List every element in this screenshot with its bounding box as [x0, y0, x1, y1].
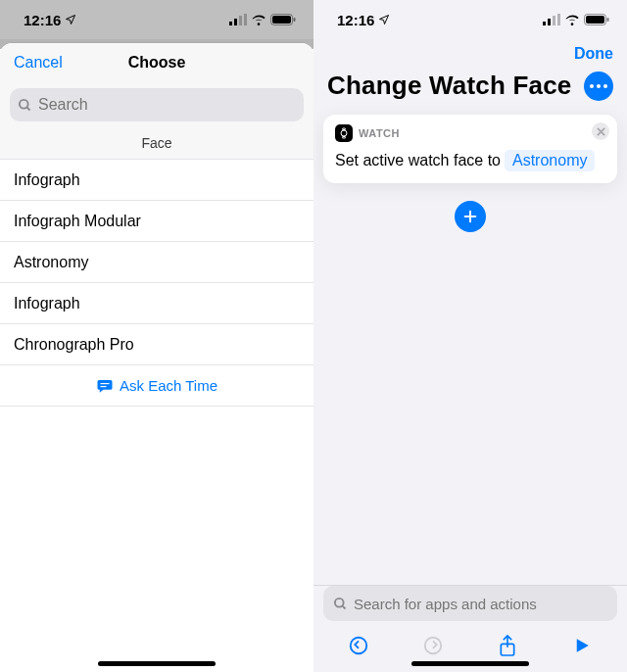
- ask-each-time[interactable]: Ask Each Time: [0, 365, 314, 407]
- list-item[interactable]: Astronomy: [0, 242, 314, 283]
- redo-icon: [422, 635, 444, 656]
- status-time: 12:16: [337, 12, 374, 28]
- search-icon: [18, 98, 32, 113]
- svg-rect-11: [543, 22, 546, 25]
- svg-point-28: [425, 638, 442, 654]
- more-button[interactable]: [584, 72, 613, 101]
- svg-rect-1: [234, 19, 237, 25]
- action-card: WATCH Set active watch face to Astronomy: [323, 115, 617, 183]
- page-title: Change Watch Face: [327, 71, 572, 101]
- cellular-icon: [543, 14, 560, 25]
- svg-rect-6: [294, 18, 296, 22]
- play-icon: [573, 637, 591, 654]
- search-input[interactable]: [38, 96, 296, 114]
- title-row: Change Watch Face: [314, 65, 627, 115]
- battery-icon: [270, 14, 296, 25]
- wifi-icon: [251, 14, 266, 25]
- svg-rect-12: [548, 19, 551, 25]
- actions-search-input[interactable]: [354, 596, 607, 612]
- actions-search[interactable]: [323, 586, 617, 621]
- svg-rect-2: [239, 16, 242, 25]
- svg-rect-0: [229, 22, 232, 25]
- section-header: Face: [0, 131, 314, 160]
- screen-choose-face: 12:16 Cancel Choose Face In: [0, 0, 314, 672]
- location-icon: [378, 14, 390, 25]
- svg-line-26: [342, 605, 345, 608]
- status-bar: 12:16: [314, 0, 627, 39]
- status-bar: 12:16: [0, 0, 314, 39]
- run-button[interactable]: [562, 633, 602, 658]
- list-item[interactable]: Infograph Modular: [0, 201, 314, 242]
- cellular-icon: [229, 14, 247, 25]
- wifi-icon: [564, 14, 580, 25]
- svg-rect-10: [100, 386, 106, 387]
- svg-point-27: [351, 638, 367, 654]
- svg-rect-19: [343, 128, 346, 130]
- card-app-label: WATCH: [359, 127, 400, 139]
- svg-rect-16: [586, 16, 604, 24]
- done-button[interactable]: Done: [574, 45, 613, 63]
- sheet-title: Choose: [128, 54, 186, 72]
- svg-rect-14: [557, 14, 560, 25]
- dot-icon: [590, 84, 594, 88]
- location-icon: [65, 14, 76, 25]
- dot-icon: [603, 84, 607, 88]
- card-header: WATCH: [335, 124, 605, 142]
- svg-rect-3: [244, 14, 247, 25]
- plus-icon: [462, 209, 478, 224]
- status-time: 12:16: [24, 12, 61, 28]
- share-button[interactable]: [488, 633, 527, 658]
- message-icon: [96, 377, 114, 395]
- svg-line-8: [26, 107, 29, 110]
- svg-rect-20: [343, 137, 346, 139]
- toolbar: [323, 629, 617, 664]
- svg-rect-9: [100, 383, 109, 384]
- redo-button[interactable]: [413, 633, 453, 658]
- undo-icon: [348, 635, 369, 656]
- svg-rect-13: [553, 16, 555, 25]
- add-action-button[interactable]: [455, 201, 486, 232]
- svg-rect-5: [272, 16, 291, 24]
- search-icon: [333, 597, 348, 611]
- svg-point-7: [20, 99, 28, 108]
- search-field[interactable]: [10, 88, 304, 121]
- face-list: Infograph Infograph Modular Astronomy In…: [0, 160, 314, 407]
- list-item[interactable]: Chronograph Pro: [0, 324, 314, 365]
- dot-icon: [597, 84, 601, 88]
- svg-point-25: [335, 598, 344, 606]
- list-item[interactable]: Infograph: [0, 283, 314, 324]
- watch-app-icon: [335, 124, 353, 142]
- battery-icon: [584, 14, 609, 25]
- ask-label: Ask Each Time: [120, 377, 217, 394]
- undo-button[interactable]: [339, 633, 378, 658]
- cancel-button[interactable]: Cancel: [14, 54, 63, 72]
- face-token[interactable]: Astronomy: [505, 150, 595, 171]
- list-item[interactable]: Infograph: [0, 160, 314, 201]
- sheet: Cancel Choose Face Infograph Infograph M…: [0, 43, 314, 672]
- svg-point-18: [341, 130, 347, 136]
- svg-rect-17: [607, 18, 609, 22]
- home-indicator: [98, 661, 216, 666]
- sheet-header: Cancel Choose: [0, 43, 314, 82]
- share-icon: [498, 634, 517, 657]
- home-indicator: [411, 661, 529, 666]
- screen-shortcut-editor: 12:16 Done Change Watch Face: [314, 0, 627, 672]
- card-body: Set active watch face to Astronomy: [335, 150, 605, 171]
- bottom-bar: [314, 586, 627, 672]
- search-wrap: [0, 82, 314, 131]
- card-close-button[interactable]: [592, 122, 609, 140]
- card-text: Set active watch face to: [335, 152, 501, 169]
- close-icon: [597, 127, 605, 136]
